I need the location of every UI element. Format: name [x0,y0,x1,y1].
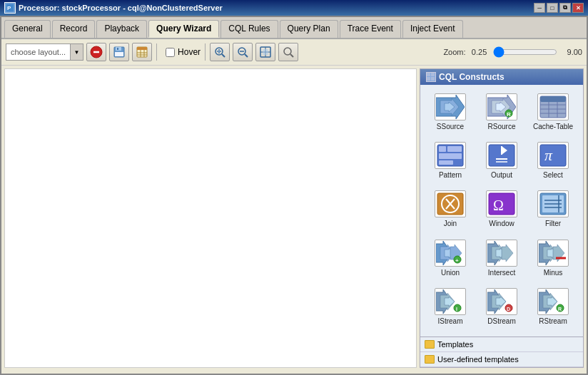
cql-item-window[interactable]: Ω Window [476,186,527,235]
cql-item-output[interactable]: Output [476,138,527,186]
svg-text:π: π [544,146,553,164]
user-defined-templates-row[interactable]: User-defined templates [420,352,583,367]
ssource-icon [435,93,466,120]
cql-item-rsource[interactable]: R RSource [476,89,527,138]
tab-query-wizard[interactable]: Query Wizard [148,20,219,38]
union-icon: + [435,240,466,267]
tab-general[interactable]: General [4,20,51,38]
hover-checkbox[interactable] [166,48,175,57]
filter-icon [537,190,569,217]
search-button[interactable] [278,43,298,61]
pattern-label: Pattern [439,171,462,179]
cql-item-istream[interactable]: I IStream [425,284,476,332]
cql-item-intersect[interactable]: Intersect [476,235,527,284]
svg-rect-6 [115,52,123,56]
templates-section: Templates User-defined templates [420,337,583,367]
svg-text:D: D [507,307,510,312]
tab-bar: General Record Playback Query Wizard CQL… [1,17,587,39]
search-icon [282,46,295,58]
svg-text:R: R [507,111,511,118]
dstream-label: DStream [487,317,515,325]
svg-rect-29 [431,73,435,76]
svg-marker-98 [547,297,557,307]
minus-label: Minus [544,269,563,277]
tab-playback[interactable]: Playback [96,20,147,38]
save-button[interactable] [109,43,129,61]
restore-button[interactable]: ⧉ [559,3,571,13]
svg-rect-49 [447,146,462,152]
tab-inject-event[interactable]: Inject Event [402,20,463,38]
tab-query-plan[interactable]: Query Plan [280,20,338,38]
istream-label: IStream [437,317,462,325]
cql-item-pattern[interactable]: Pattern [425,138,476,186]
svg-rect-7 [117,48,118,50]
cql-grid-icon [426,72,436,82]
svg-point-18 [218,50,220,53]
zoom-max-value: 9.00 [567,48,582,56]
filter-label: Filter [545,220,561,227]
zoom-out-icon [236,46,249,58]
layout-dropdown-arrow[interactable]: ▼ [70,44,83,60]
zoom-slider-container [493,46,564,58]
save-icon [113,46,126,58]
toolbar-separator-2 [205,43,206,61]
grid-button[interactable] [132,43,152,61]
cql-item-minus[interactable]: Minus [527,235,579,284]
minimize-button[interactable]: ─ [534,3,545,13]
canvas-area[interactable] [4,68,417,368]
hover-checkbox-container[interactable]: Hover [166,47,201,57]
cql-item-filter[interactable]: Filter [527,186,579,235]
svg-marker-93 [496,297,506,307]
output-icon [486,142,517,169]
title-text: Processor: stockProcessor - cql@NonClust… [19,4,223,12]
cql-item-union[interactable]: + Union [425,235,476,284]
fit-button[interactable] [255,43,275,61]
svg-line-27 [290,54,293,57]
maximize-button[interactable]: □ [547,3,558,13]
minus-icon [537,240,569,267]
svg-marker-80 [502,245,513,262]
zoom-in-button[interactable] [210,43,230,61]
svg-rect-102 [425,341,429,344]
cql-item-join[interactable]: Join [425,186,476,235]
join-label: Join [444,220,457,227]
close-button[interactable]: ✕ [572,3,584,13]
cql-item-dstream[interactable]: D DStream [476,284,527,332]
delete-button[interactable] [86,43,106,61]
svg-text:P: P [7,5,11,11]
rsource-icon: R [486,93,517,120]
rstream-icon: R [537,288,569,315]
svg-text:R: R [558,307,562,312]
svg-rect-31 [431,77,435,81]
tab-cql-rules[interactable]: CQL Rules [220,20,278,38]
union-label: Union [441,269,460,277]
zoom-slider[interactable] [493,46,557,58]
zoom-min-value: 0.25 [469,48,490,56]
svg-rect-9 [137,47,147,50]
svg-text:Ω: Ω [493,197,504,213]
zoom-out-button[interactable] [233,43,253,61]
rstream-label: RStream [539,317,567,325]
window-icon: Ω [486,190,517,217]
layout-select[interactable]: choose layout... ▼ [6,43,83,61]
fit-icon [259,46,272,58]
app-icon: P [4,2,16,14]
svg-rect-28 [427,73,430,76]
tab-record[interactable]: Record [52,20,96,38]
cql-item-cache-table[interactable]: Cache-Table [527,89,579,138]
title-bar: P Processor: stockProcessor - cql@NonClu… [0,0,588,16]
zoom-area: Zoom: 0.25 9.00 [443,46,582,58]
templates-row[interactable]: Templates [420,337,583,352]
layout-value: choose layout... [6,46,70,58]
tab-trace-event[interactable]: Trace Event [340,20,401,38]
svg-rect-30 [427,77,430,81]
intersect-label: Intersect [488,269,515,277]
cql-items-grid: SSource R RSource [420,85,583,337]
svg-line-17 [222,54,225,57]
cql-panel: CQL Constructs SSource [420,68,584,368]
cql-item-ssource[interactable]: SSource [425,89,476,138]
svg-rect-48 [439,146,446,152]
cql-item-rstream[interactable]: R RStream [527,284,579,332]
cql-item-select[interactable]: π Select [527,138,579,186]
select-label: Select [543,171,563,179]
